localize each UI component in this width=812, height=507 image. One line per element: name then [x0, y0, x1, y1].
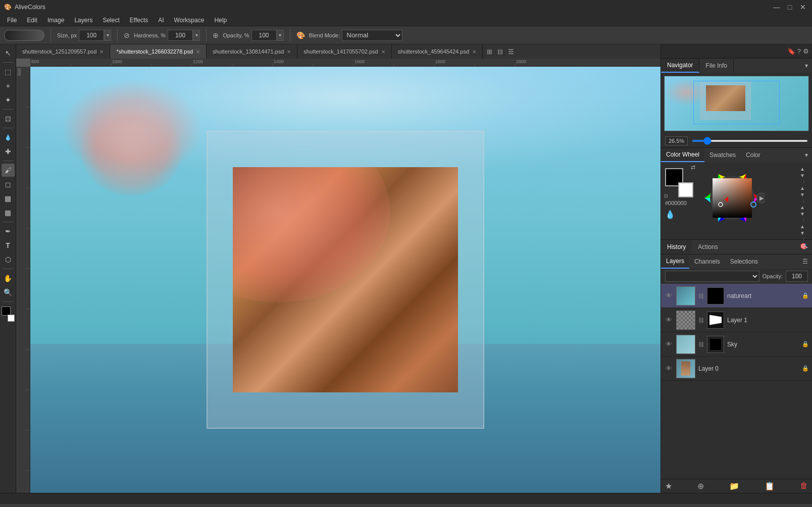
- move-tool[interactable]: ↖: [2, 46, 15, 60]
- layer-eye-layer0[interactable]: 👁: [664, 365, 673, 372]
- hand-tool[interactable]: ✋: [2, 272, 15, 285]
- color-adj-down4[interactable]: ▼: [800, 230, 807, 236]
- hardness-spinner[interactable]: 100 ▾: [168, 30, 200, 41]
- blend-mode-select[interactable]: Normal Multiply Screen Overlay: [342, 30, 402, 41]
- layer-row-sky[interactable]: 👁 ⛓ Sky 🔒: [661, 332, 812, 357]
- fg-bg-selector[interactable]: [2, 307, 15, 322]
- tab-color[interactable]: Color: [741, 148, 766, 162]
- bg-color-swatch[interactable]: [8, 315, 15, 322]
- lasso-tool[interactable]: ⌖: [2, 79, 15, 92]
- hardness-value[interactable]: 100: [168, 30, 193, 41]
- crop-tool[interactable]: ⊡: [2, 112, 15, 125]
- color-wheel-svg[interactable]: ▶: [699, 165, 765, 231]
- eraser-tool[interactable]: ◻: [2, 178, 15, 191]
- canvas-tab-2-close[interactable]: ✕: [196, 49, 200, 55]
- canvas-tab-1-close[interactable]: ✕: [99, 49, 104, 55]
- tab-color-wheel[interactable]: Color Wheel: [661, 148, 704, 162]
- layer-lock-sky[interactable]: 🔒: [802, 341, 809, 347]
- brush-preview[interactable]: [4, 30, 44, 41]
- text-tool[interactable]: T: [2, 239, 15, 252]
- brush-options-icon[interactable]: ⊕: [213, 31, 219, 39]
- navigator-expand[interactable]: ▾: [801, 62, 812, 69]
- tab-file-info[interactable]: File Info: [699, 59, 734, 73]
- fill-tool[interactable]: ▩: [2, 192, 15, 205]
- menu-file[interactable]: File: [2, 16, 22, 25]
- tab-swatches[interactable]: Swatches: [704, 148, 741, 162]
- panel-icon-bookmark[interactable]: 🔖: [787, 47, 795, 55]
- swap-colors-btn[interactable]: ⇄: [691, 164, 695, 171]
- tab-channels[interactable]: Channels: [689, 255, 725, 269]
- layers-footer-duplicate[interactable]: 📋: [765, 481, 775, 491]
- gradient-tool[interactable]: ▦: [2, 206, 15, 219]
- eyedropper-tool[interactable]: 💧: [2, 131, 15, 144]
- color-target-btn[interactable]: 🎯: [800, 243, 807, 249]
- tab-layers[interactable]: Layers: [661, 255, 689, 269]
- close-button[interactable]: ✕: [798, 3, 808, 11]
- layers-blend-select[interactable]: Normal: [665, 271, 759, 282]
- brush-tool[interactable]: 🖌: [2, 164, 15, 177]
- minimize-button[interactable]: —: [772, 3, 782, 11]
- tab-menu-btn[interactable]: ☰: [506, 48, 516, 56]
- menu-help[interactable]: Help: [209, 16, 232, 25]
- tab-list-btn[interactable]: ⊞: [485, 48, 494, 56]
- canvas-tab-5-close[interactable]: ✕: [472, 49, 476, 55]
- canvas-tab-3[interactable]: shutterstock_130814471.psd ✕: [207, 44, 297, 59]
- heal-tool[interactable]: ✚: [2, 145, 15, 158]
- panel-icon-settings[interactable]: ⚙: [803, 47, 809, 55]
- layer-lock-natureart[interactable]: 🔒: [802, 292, 809, 299]
- canvas-tab-1[interactable]: shutterstock_1251209557.psd ✕: [16, 44, 110, 59]
- tab-arrange-btn[interactable]: ⊟: [495, 48, 505, 56]
- opacity-arrow[interactable]: ▾: [277, 30, 284, 41]
- layer-eye-natureart[interactable]: 👁: [664, 292, 673, 299]
- maximize-button[interactable]: □: [785, 3, 795, 11]
- canvas-tab-2[interactable]: *shutterstock_1266032278.psd ✕: [110, 44, 207, 59]
- tab-actions[interactable]: Actions: [692, 240, 724, 254]
- menu-layers[interactable]: Layers: [69, 16, 97, 25]
- color-adj-down3[interactable]: ▼: [800, 211, 807, 217]
- color-adj-down1[interactable]: ▼: [800, 173, 807, 178]
- default-colors-btn[interactable]: ⊡: [664, 193, 668, 198]
- tab-history[interactable]: History: [661, 240, 692, 254]
- layers-footer-add-group[interactable]: ⊕: [697, 481, 704, 491]
- canvas-tab-4[interactable]: shutterstock_1417055702.psd ✕: [297, 44, 391, 59]
- pen-tool[interactable]: ✒: [2, 225, 15, 238]
- layer-chain-layer1[interactable]: ⛓: [698, 317, 704, 323]
- zoom-value[interactable]: 26.5%: [665, 136, 688, 145]
- canvas-content[interactable]: [30, 67, 661, 493]
- size-value[interactable]: 100: [79, 30, 104, 41]
- shape-tool[interactable]: ⬡: [2, 253, 15, 266]
- menu-image[interactable]: Image: [42, 16, 69, 25]
- color-adj-down2[interactable]: ▼: [800, 192, 807, 197]
- color-adj-up3[interactable]: ▲: [800, 205, 807, 210]
- layers-footer-star[interactable]: ★: [665, 481, 672, 491]
- opacity-value[interactable]: 100: [786, 271, 808, 282]
- layer-eye-sky[interactable]: 👁: [664, 340, 673, 348]
- panel-icon-help[interactable]: ?: [797, 47, 801, 55]
- layer-row-layer1[interactable]: 👁 ⛓ Layer 1: [661, 308, 812, 332]
- canvas-area[interactable]: 800 1000 1200 1400 1600: [16, 59, 661, 493]
- zoom-tool[interactable]: 🔍: [2, 286, 15, 299]
- layer-row-layer0[interactable]: 👁 Layer 0 🔒: [661, 357, 812, 381]
- opacity-spinner[interactable]: 100 ▾: [251, 30, 284, 41]
- canvas-tab-4-close[interactable]: ✕: [381, 49, 385, 55]
- background-color[interactable]: [678, 182, 693, 197]
- window-controls[interactable]: — □ ✕: [772, 3, 808, 11]
- layer-lock-layer0[interactable]: 🔒: [802, 365, 809, 372]
- eyedropper-btn[interactable]: 💧: [665, 210, 695, 219]
- opacity-value[interactable]: 100: [251, 30, 277, 41]
- size-arrow[interactable]: ▾: [104, 30, 111, 41]
- menu-workspace[interactable]: Workspace: [169, 16, 210, 25]
- layer-row-natureart[interactable]: 👁 ⛓ natureart 🔒: [661, 284, 812, 308]
- layer-chain-sky[interactable]: ⛓: [698, 341, 704, 347]
- color-tab-expand[interactable]: ▾: [801, 151, 812, 159]
- color-adj-up1[interactable]: ▲: [800, 166, 807, 172]
- tab-selections[interactable]: Selections: [725, 255, 763, 269]
- layer-chain-natureart[interactable]: ⛓: [698, 293, 704, 299]
- canvas-tab-3-close[interactable]: ✕: [287, 49, 291, 55]
- color-adj-up2[interactable]: ▲: [800, 185, 807, 191]
- canvas-tab-5[interactable]: shutterstock_459645424.psd ✕: [392, 44, 483, 59]
- select-rect-tool[interactable]: ⬚: [2, 65, 15, 78]
- color-replace-icon[interactable]: 🎨: [296, 31, 305, 39]
- menu-edit[interactable]: Edit: [22, 16, 42, 25]
- hardness-arrow[interactable]: ▾: [193, 30, 200, 41]
